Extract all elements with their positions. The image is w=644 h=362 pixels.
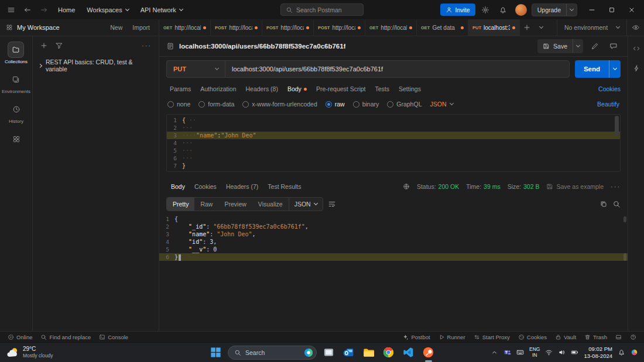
tray-bell-icon[interactable]: [618, 349, 625, 356]
copy-response-icon[interactable]: [600, 200, 608, 208]
response-section-tab[interactable]: Body: [166, 181, 190, 192]
upgrade-button[interactable]: Upgrade: [532, 4, 577, 16]
view-tab-preview[interactable]: Preview: [218, 198, 252, 211]
statusbar-cookies[interactable]: Cookies: [514, 334, 551, 340]
statusbar-start-proxy[interactable]: Start Proxy: [470, 334, 514, 340]
save-as-example-button[interactable]: Save as example: [546, 183, 604, 190]
postman-icon[interactable]: [420, 344, 436, 360]
nav-api-network[interactable]: API Network: [135, 4, 188, 16]
request-section-tab[interactable]: Tests: [371, 83, 395, 95]
body-type-binary[interactable]: binary: [353, 101, 379, 108]
upgrade-caret-icon[interactable]: [566, 4, 577, 16]
environment-quick-look-icon[interactable]: [626, 19, 644, 36]
view-tab-visualize[interactable]: Visualize: [252, 198, 289, 211]
close-button[interactable]: [623, 0, 640, 19]
send-button[interactable]: Send: [575, 60, 621, 78]
request-tab[interactable]: POSThttp://localh: [262, 19, 314, 36]
wifi-icon[interactable]: [545, 349, 553, 356]
tray-app-icon[interactable]: [631, 349, 638, 356]
language-indicator[interactable]: ENGIN: [529, 347, 540, 358]
statusbar-help[interactable]: [626, 334, 640, 340]
request-section-tab[interactable]: Params: [165, 83, 196, 95]
response-more-icon[interactable]: ···: [611, 183, 621, 190]
start-button[interactable]: [208, 344, 224, 360]
response-section-tab[interactable]: Test Results: [263, 181, 306, 192]
editor-scrollbar[interactable]: [615, 116, 619, 136]
request-tab[interactable]: GEThttp://localho: [159, 19, 211, 36]
forward-icon[interactable]: [36, 2, 52, 18]
menu-icon[interactable]: [4, 2, 19, 18]
statusbar-panel[interactable]: [611, 334, 626, 340]
request-section-tab[interactable]: Headers (8): [241, 83, 282, 95]
vscode-icon[interactable]: [400, 344, 416, 360]
response-body-editor[interactable]: 1{2 "_id": "66bb78f8f539ec7a0c6b761f",3 …: [159, 213, 628, 331]
nav-home[interactable]: Home: [53, 4, 80, 16]
sidebar-add-button[interactable]: [40, 42, 48, 50]
statusbar-vault[interactable]: Vault: [551, 334, 580, 340]
request-body-editor[interactable]: 1{ ··2···3····"name":"John Deo"4···5···6…: [166, 114, 621, 172]
taskbar-search[interactable]: Search: [228, 346, 317, 360]
wrap-text-icon[interactable]: [328, 200, 336, 208]
network-info-icon[interactable]: [403, 183, 410, 190]
bolt-icon[interactable]: [632, 64, 640, 73]
statusbar-postbot[interactable]: Postbot: [398, 334, 434, 340]
body-type-x-www-form-urlencoded[interactable]: x-www-form-urlencoded: [242, 101, 317, 108]
outlook-icon[interactable]: [341, 344, 357, 360]
edit-pencil-icon[interactable]: [588, 39, 602, 53]
sidebar-filter-icon[interactable]: [55, 42, 63, 50]
cookies-link[interactable]: Cookies: [598, 85, 623, 92]
body-type-raw[interactable]: raw: [326, 101, 345, 108]
comments-icon[interactable]: [607, 39, 621, 53]
rail-item-collections[interactable]: Collections: [5, 42, 28, 64]
body-type-form-data[interactable]: form-data: [198, 101, 234, 108]
request-section-tab[interactable]: Pre-request Script: [311, 83, 371, 95]
rail-item-history[interactable]: History: [9, 102, 24, 124]
view-tab-pretty[interactable]: Pretty: [167, 198, 194, 211]
request-tab[interactable]: POSThttp://localh: [211, 19, 262, 36]
body-language-selector[interactable]: JSON: [430, 101, 453, 108]
response-scrollbar[interactable]: [624, 216, 626, 222]
statusbar-trash[interactable]: Trash: [580, 334, 611, 340]
volume-icon[interactable]: [558, 349, 566, 356]
request-tab[interactable]: GEThttp://localho: [365, 19, 417, 36]
battery-icon[interactable]: [571, 349, 578, 356]
user-avatar[interactable]: [515, 4, 527, 16]
code-snippet-icon[interactable]: [632, 44, 640, 53]
statusbar-runner[interactable]: Runner: [434, 334, 470, 340]
chrome-icon[interactable]: [381, 344, 396, 360]
back-icon[interactable]: [20, 2, 35, 18]
response-section-tab[interactable]: Cookies: [190, 181, 221, 192]
rail-item-flows[interactable]: [9, 132, 24, 147]
search-response-icon[interactable]: [612, 200, 621, 208]
weather-widget[interactable]: 29°C Mostly cloudy: [0, 346, 59, 358]
rail-item-environments[interactable]: Environments: [2, 72, 30, 94]
touch-keyboard-icon[interactable]: [516, 349, 524, 356]
nav-workspaces[interactable]: Workspaces: [81, 4, 133, 16]
collection-tree-item[interactable]: REST API basics: CRUD, test & variable: [33, 55, 159, 76]
maximize-button[interactable]: [603, 0, 621, 19]
body-type-none[interactable]: none: [167, 101, 190, 108]
save-options-button[interactable]: [573, 39, 583, 53]
system-clock[interactable]: 09:02 PM13-08-2024: [584, 346, 612, 360]
statusbar-console[interactable]: Console: [95, 334, 132, 340]
response-section-tab[interactable]: Headers (7): [221, 181, 263, 192]
request-section-tab[interactable]: Authorization: [196, 83, 241, 95]
url-input[interactable]: localhost:3000/api/users/66bb78f8f539ec7…: [225, 60, 570, 78]
tab-options-button[interactable]: [534, 19, 548, 36]
body-type-GraphQL[interactable]: GraphQL: [387, 101, 422, 108]
search-postman-input[interactable]: Search Postman: [280, 4, 364, 16]
request-tab[interactable]: GETGet data: [417, 19, 468, 36]
method-selector[interactable]: PUT: [166, 60, 225, 78]
environment-selector[interactable]: No environment: [557, 19, 626, 36]
sidebar-more-icon[interactable]: ···: [142, 42, 152, 49]
response-format-selector[interactable]: JSON: [289, 198, 323, 211]
view-tab-raw[interactable]: Raw: [194, 198, 218, 211]
settings-gear-icon[interactable]: [478, 2, 493, 18]
request-section-tab[interactable]: Settings: [394, 83, 426, 95]
statusbar-online[interactable]: Online: [4, 334, 36, 340]
invite-button[interactable]: Invite: [440, 4, 475, 16]
workspace-title[interactable]: My Workspace: [17, 24, 60, 31]
beautify-link[interactable]: Beautify: [597, 101, 619, 108]
taskview-icon[interactable]: [321, 344, 337, 360]
request-tab[interactable]: PUTlocalhost:300: [468, 19, 520, 36]
